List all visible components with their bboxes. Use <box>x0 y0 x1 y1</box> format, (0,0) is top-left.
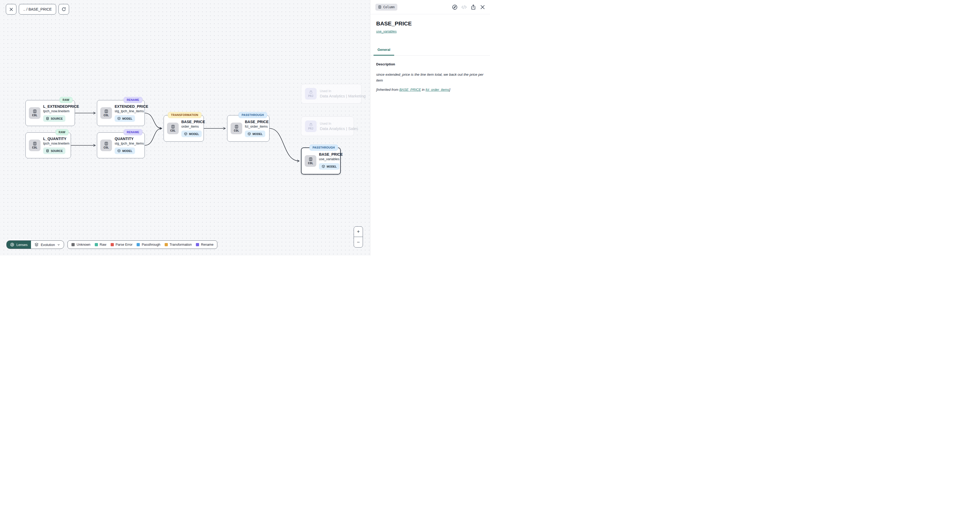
model-cube-icon <box>321 165 325 168</box>
lineage-node-l-quantity[interactable]: RAW COL L_QUANTITY tpch_now.lineitem SOU… <box>25 132 71 158</box>
column-icon <box>33 109 37 113</box>
lenses-button[interactable]: Lenses <box>6 241 31 248</box>
lens-selector-group: Lenses Evolution <box>6 240 64 249</box>
node-title: BASE_PRICE <box>245 120 269 124</box>
status-badge: RAW <box>60 97 73 103</box>
model-cube-icon <box>184 132 188 135</box>
column-chip-label: COL <box>32 146 37 149</box>
column-type-chip: COL <box>100 140 112 151</box>
database-icon <box>46 117 49 120</box>
page-title: BASE_PRICE <box>376 21 484 27</box>
used-in-label: Used In <box>320 89 366 93</box>
model-cube-icon <box>117 117 121 120</box>
breadcrumb[interactable]: .. / BASE_PRICE <box>19 4 56 14</box>
used-in-card[interactable]: PRJ Used In Data Analytics | Marketing <box>301 84 362 103</box>
close-icon <box>9 7 13 12</box>
node-title: L_EXTENDEDPRICE <box>43 104 79 108</box>
legend-swatch <box>72 243 75 246</box>
materialization-label: SOURCE <box>51 149 63 153</box>
model-link[interactable]: use_variables <box>376 30 396 33</box>
chevron-down-icon <box>57 243 60 247</box>
status-badge: RENAME <box>124 97 142 103</box>
node-subtitle: fct_order_items <box>245 125 267 128</box>
legend-item: Parse Error <box>111 243 133 247</box>
legend-swatch <box>137 243 140 246</box>
column-chip-label: COL <box>103 114 109 117</box>
panel-tabs: General <box>370 45 490 56</box>
materialization-chip: MODEL <box>245 131 265 137</box>
lineage-node-l-extendedprice[interactable]: RAW COL L_EXTENDEDPRICE tpch_now.lineite… <box>25 100 75 126</box>
lineage-canvas[interactable]: PRJ Used In Data Analytics | Marketing P… <box>0 0 370 256</box>
entity-type-badge: Column <box>375 4 397 11</box>
refresh-button[interactable] <box>59 4 69 14</box>
share-icon <box>471 4 476 10</box>
column-chip-label: COL <box>103 146 109 149</box>
column-chip-label: COL <box>308 161 313 165</box>
zoom-out-button[interactable]: − <box>354 237 363 247</box>
column-icon <box>171 125 175 129</box>
lineage-app: PRJ Used In Data Analytics | Marketing P… <box>0 0 490 256</box>
materialization-chip: MODEL <box>319 163 339 170</box>
materialization-label: MODEL <box>189 132 199 135</box>
node-subtitle: order_items <box>181 125 199 128</box>
materialization-chip: MODEL <box>181 131 202 137</box>
project-icon <box>309 90 313 94</box>
lenses-label: Lenses <box>16 243 27 247</box>
zoom-in-button[interactable]: + <box>354 227 363 237</box>
materialization-label: MODEL <box>253 132 262 135</box>
details-panel: Column BASE_PRICE use_variables Gener <box>370 0 490 256</box>
lineage-node-extended-price[interactable]: RENAME COL EXTENDED_PRICE stg_tpch_line_… <box>97 100 145 126</box>
entity-type-label: Column <box>383 5 395 9</box>
inherited-mid: in <box>421 88 425 92</box>
share-button[interactable] <box>470 4 477 10</box>
legend-swatch <box>196 243 199 246</box>
legend-item: Passthrough <box>137 243 160 247</box>
lineage-node-base-price-order-items[interactable]: TRANSFORMATION COL BASE_PRICE order_item… <box>164 115 204 142</box>
view-code-button[interactable] <box>461 4 467 10</box>
project-icon <box>309 123 313 127</box>
legend-item: Transformation <box>165 243 192 247</box>
inherited-column-link[interactable]: BASE_PRICE <box>399 88 421 92</box>
node-title: BASE_PRICE <box>181 120 205 124</box>
used-in-card[interactable]: PRJ Used In Data Analytics | Sales <box>301 116 354 136</box>
column-icon <box>378 5 382 9</box>
description-label: Description <box>376 62 484 66</box>
status-badge: RENAME <box>124 129 142 135</box>
lineage-node-base-price-fct-order-items[interactable]: PASSTHROUGH COL BASE_PRICE fct_order_ite… <box>227 115 269 142</box>
column-icon <box>104 142 108 146</box>
status-badge: PASSTHROUGH <box>239 112 267 118</box>
materialization-label: MODEL <box>122 149 132 153</box>
node-subtitle: use_variables <box>319 157 339 161</box>
column-icon <box>104 109 108 113</box>
materialization-label: SOURCE <box>51 117 63 120</box>
lenses-aperture-icon <box>10 242 14 247</box>
code-icon <box>461 4 467 10</box>
column-icon <box>235 125 239 129</box>
canvas-toolbar: .. / BASE_PRICE <box>6 4 69 14</box>
column-chip-label: COL <box>32 114 37 117</box>
used-in-name: Data Analytics | Sales <box>320 126 358 131</box>
tab-general[interactable]: General <box>374 45 394 56</box>
compass-icon <box>452 4 458 10</box>
lens-legend: Unknown Raw Parse Error Passthrough Tran… <box>67 240 217 249</box>
lineage-node-quantity[interactable]: RENAME COL QUANTITY stg_tpch_line_items … <box>97 132 145 158</box>
close-lineage-button[interactable] <box>6 4 16 14</box>
legend-item: Rename <box>196 243 213 247</box>
legend-swatch <box>95 243 98 246</box>
node-title: QUANTITY <box>115 137 134 141</box>
lens-dropdown[interactable]: Evolution <box>31 241 64 248</box>
node-title: BASE_PRICE <box>319 152 342 156</box>
breadcrumb-label: .. / BASE_PRICE <box>23 7 52 11</box>
close-panel-button[interactable] <box>479 4 486 10</box>
explore-lineage-button[interactable] <box>452 4 458 10</box>
inherited-model-link[interactable]: fct_order_items <box>425 88 449 92</box>
description-section: Description since extended_price is the … <box>370 56 490 92</box>
lineage-node-base-price-use-variables[interactable]: PASSTHROUGH COL BASE_PRICE use_variables… <box>301 148 341 175</box>
column-icon <box>309 157 313 161</box>
legend-item: Unknown <box>72 243 90 247</box>
node-subtitle: stg_tpch_line_items <box>115 109 144 113</box>
lens-dropdown-value: Evolution <box>41 243 55 247</box>
model-cube-icon <box>117 149 121 153</box>
materialization-label: MODEL <box>327 165 337 168</box>
node-title: L_QUANTITY <box>43 137 67 141</box>
